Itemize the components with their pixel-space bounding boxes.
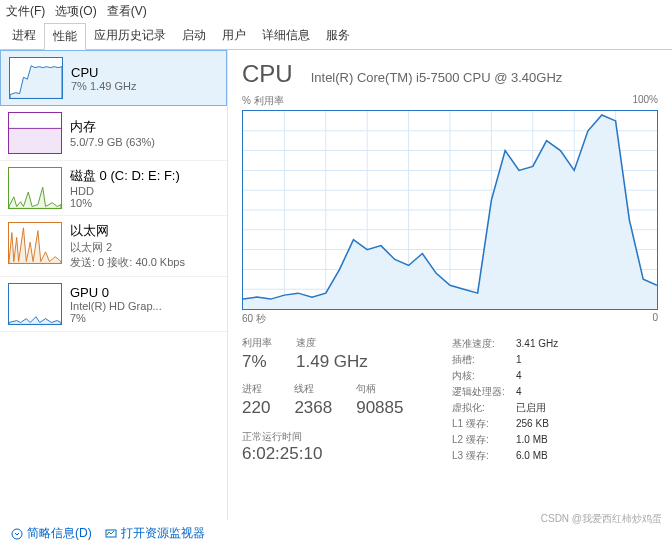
- util-value: 7%: [242, 352, 272, 372]
- resmon-link[interactable]: 打开资源监视器: [104, 525, 205, 542]
- uptime-label: 正常运行时间: [242, 430, 422, 444]
- cpu-detail-grid: 基准速度:3.41 GHz 插槽:1 内核:4 逻辑处理器:4 虚拟化:已启用 …: [452, 336, 558, 464]
- lp-value: 4: [516, 384, 522, 400]
- monitor-icon: [104, 527, 118, 541]
- l3-label: L3 缓存:: [452, 448, 516, 464]
- sidebar-disk-sub: HDD: [70, 185, 180, 197]
- svg-rect-0: [9, 128, 61, 153]
- tab-processes[interactable]: 进程: [4, 23, 44, 49]
- cpu-chart[interactable]: [242, 110, 658, 310]
- cpu-chart-svg: [243, 111, 657, 309]
- threads-label: 线程: [294, 382, 332, 396]
- handles-value: 90885: [356, 398, 403, 418]
- sidebar-item-cpu[interactable]: CPU 7% 1.49 GHz: [0, 50, 227, 106]
- resmon-label: 打开资源监视器: [121, 525, 205, 542]
- brief-info-label: 简略信息(D): [27, 525, 92, 542]
- sidebar-disk-title: 磁盘 0 (C: D: E: F:): [70, 167, 180, 185]
- l1-label: L1 缓存:: [452, 416, 516, 432]
- speed-value: 1.49 GHz: [296, 352, 368, 372]
- tab-app-history[interactable]: 应用历史记录: [86, 23, 174, 49]
- sidebar: CPU 7% 1.49 GHz 内存 5.0/7.9 GB (63%): [0, 50, 228, 520]
- cores-label: 内核:: [452, 368, 516, 384]
- base-speed-label: 基准速度:: [452, 336, 516, 352]
- cores-value: 4: [516, 368, 522, 384]
- menu-view[interactable]: 查看(V): [107, 3, 147, 20]
- footer: 简略信息(D) 打开资源监视器: [10, 525, 205, 542]
- sidebar-eth-sub2: 发送: 0 接收: 40.0 Kbps: [70, 255, 185, 270]
- chart-ylabel: % 利用率: [242, 94, 284, 108]
- tab-details[interactable]: 详细信息: [254, 23, 318, 49]
- l2-value: 1.0 MB: [516, 432, 548, 448]
- uptime-value: 6:02:25:10: [242, 444, 422, 464]
- menu-file[interactable]: 文件(F): [6, 3, 45, 20]
- sockets-label: 插槽:: [452, 352, 516, 368]
- sidebar-cpu-sub: 7% 1.49 GHz: [71, 80, 136, 92]
- watermark: CSDN @我爱西红柿炒鸡蛋: [541, 512, 662, 526]
- disk-thumb-chart: [9, 168, 61, 208]
- svg-point-20: [12, 529, 22, 539]
- sidebar-item-disk[interactable]: 磁盘 0 (C: D: E: F:) HDD 10%: [0, 161, 227, 216]
- base-speed-value: 3.41 GHz: [516, 336, 558, 352]
- tab-users[interactable]: 用户: [214, 23, 254, 49]
- speed-label: 速度: [296, 336, 368, 350]
- tabbar: 进程 性能 应用历史记录 启动 用户 详细信息 服务: [0, 23, 672, 50]
- sidebar-gpu-title: GPU 0: [70, 285, 162, 300]
- proc-value: 220: [242, 398, 270, 418]
- sidebar-mem-title: 内存: [70, 118, 155, 136]
- tab-performance[interactable]: 性能: [44, 23, 86, 50]
- lp-label: 逻辑处理器:: [452, 384, 516, 400]
- sidebar-item-memory[interactable]: 内存 5.0/7.9 GB (63%): [0, 106, 227, 161]
- sidebar-cpu-title: CPU: [71, 65, 136, 80]
- l3-value: 6.0 MB: [516, 448, 548, 464]
- chart-xleft: 60 秒: [242, 312, 266, 326]
- chart-xright: 0: [652, 312, 658, 326]
- sidebar-mem-sub: 5.0/7.9 GB (63%): [70, 136, 155, 148]
- gpu-thumb-chart: [9, 284, 61, 324]
- menubar: 文件(F) 选项(O) 查看(V): [0, 0, 672, 23]
- sidebar-eth-sub: 以太网 2: [70, 240, 185, 255]
- tab-startup[interactable]: 启动: [174, 23, 214, 49]
- sidebar-gpu-sub2: 7%: [70, 312, 162, 324]
- content: CPU Intel(R) Core(TM) i5-7500 CPU @ 3.40…: [228, 50, 672, 520]
- sidebar-item-gpu[interactable]: GPU 0 Intel(R) HD Grap... 7%: [0, 277, 227, 332]
- util-label: 利用率: [242, 336, 272, 350]
- virt-value: 已启用: [516, 400, 546, 416]
- page-title: CPU: [242, 60, 293, 88]
- tab-services[interactable]: 服务: [318, 23, 358, 49]
- sidebar-gpu-sub: Intel(R) HD Grap...: [70, 300, 162, 312]
- chart-ymax: 100%: [632, 94, 658, 108]
- threads-value: 2368: [294, 398, 332, 418]
- cpu-model: Intel(R) Core(TM) i5-7500 CPU @ 3.40GHz: [311, 70, 563, 85]
- proc-label: 进程: [242, 382, 270, 396]
- chevron-down-icon: [10, 527, 24, 541]
- sidebar-eth-title: 以太网: [70, 222, 185, 240]
- l1-value: 256 KB: [516, 416, 549, 432]
- eth-thumb-chart: [9, 223, 61, 263]
- sidebar-item-ethernet[interactable]: 以太网 以太网 2 发送: 0 接收: 40.0 Kbps: [0, 216, 227, 277]
- menu-options[interactable]: 选项(O): [55, 3, 96, 20]
- brief-info-link[interactable]: 简略信息(D): [10, 525, 92, 542]
- virt-label: 虚拟化:: [452, 400, 516, 416]
- handles-label: 句柄: [356, 382, 403, 396]
- l2-label: L2 缓存:: [452, 432, 516, 448]
- sockets-value: 1: [516, 352, 522, 368]
- memory-thumb-chart: [9, 113, 61, 153]
- cpu-thumb-chart: [10, 58, 62, 98]
- sidebar-disk-sub2: 10%: [70, 197, 180, 209]
